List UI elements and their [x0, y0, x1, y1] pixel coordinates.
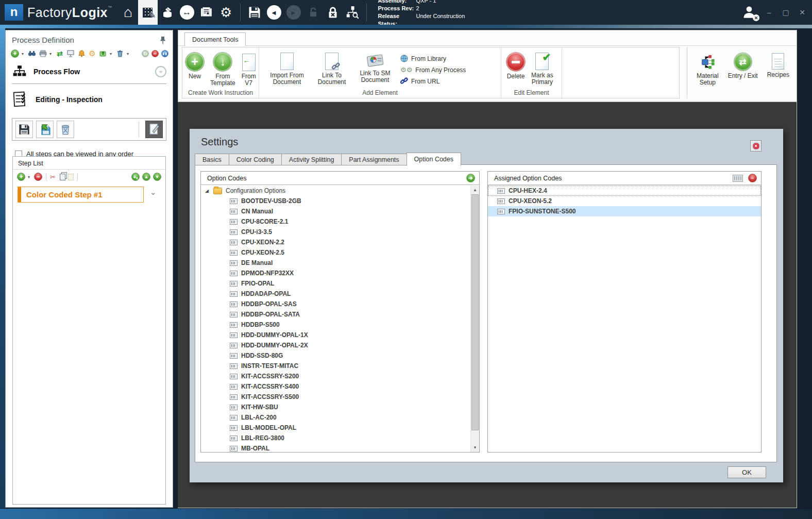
mark-as-primary-button[interactable]: ✔ Mark as Primary [528, 51, 556, 86]
assigned-option-code-row[interactable]: CPU-HEX-2.4 [488, 186, 761, 196]
options-gear-icon[interactable]: ⚙ [88, 49, 96, 58]
option-code-row[interactable]: CN Manual [201, 206, 470, 216]
tree-scrollbar[interactable]: ▲ ▼ [470, 186, 479, 452]
presentation-icon[interactable] [66, 49, 75, 58]
option-code-row[interactable]: CPU-XEON-2.2 [201, 237, 470, 247]
find-icon[interactable] [28, 49, 36, 58]
step-item[interactable]: Color Coded Step #1 [18, 187, 144, 203]
option-code-row[interactable]: KIT-HW-SBU [201, 402, 470, 412]
save-icon[interactable] [245, 0, 264, 25]
delete-doc-button[interactable] [57, 121, 74, 138]
alert-bell-icon[interactable] [77, 49, 86, 58]
back-icon[interactable]: ◄ [264, 0, 284, 25]
process-flow-row[interactable]: Process Flow ⌄ [6, 62, 173, 82]
reorder-steps-icon[interactable]: ⇄ [56, 49, 64, 58]
reports-icon[interactable] [197, 0, 216, 25]
settings-gear-icon[interactable]: ⚙ [216, 0, 236, 25]
home-icon[interactable]: ⌂ [119, 0, 138, 25]
link-to-sm-document-button[interactable]: Link To SM Document [353, 51, 397, 83]
add-step-icon[interactable]: + [17, 173, 25, 181]
close-button[interactable]: ✕ [798, 8, 807, 16]
add-multiple-steps-icon[interactable]: +ₓ [131, 173, 140, 181]
option-code-row[interactable]: LBL-REG-3800 [201, 433, 470, 443]
scroll-up-icon[interactable]: ▲ [471, 186, 479, 194]
option-code-row[interactable]: FPIO-OPAL [201, 278, 470, 289]
work-instructions-icon[interactable]: ✎ [138, 0, 158, 25]
from-v7-button[interactable]: ← From V7 [239, 51, 259, 87]
add-icon[interactable]: + [11, 49, 19, 58]
unlock-icon[interactable] [303, 0, 323, 25]
link-to-document-button[interactable]: Link To Document [311, 51, 353, 86]
delete-element-button[interactable]: Delete [503, 51, 528, 80]
paste-icon[interactable] [68, 174, 74, 180]
pause-icon[interactable]: ❚❚ [161, 50, 168, 57]
from-url-button[interactable]: From URL [400, 77, 466, 85]
option-code-row[interactable]: CPU-XEON-2.5 [201, 247, 470, 258]
assigned-option-code-row[interactable]: FPIO-SUNSTONE-S500 [488, 206, 761, 216]
step-chevron-icon[interactable]: ⌄ [150, 188, 157, 197]
tab-document-tools[interactable]: Document Tools [184, 32, 246, 46]
add-step-caret-icon[interactable]: ▾ [28, 175, 31, 179]
option-code-row[interactable]: INSTR-TEST-MITAC [201, 361, 470, 371]
cut-icon[interactable]: ✂ [50, 173, 56, 181]
edit-option-code-icon[interactable] [733, 175, 743, 182]
delete-step-icon[interactable] [116, 49, 124, 58]
maximize-button[interactable]: ▢ [781, 8, 790, 16]
export-caret-icon[interactable]: ▾ [110, 52, 113, 56]
unassign-icon[interactable]: − [748, 174, 757, 182]
document-import-icon[interactable] [158, 0, 177, 25]
remove-step-icon[interactable]: − [34, 173, 42, 181]
option-code-row[interactable]: LBL-MODEL-OPAL [201, 423, 470, 433]
remove-icon[interactable]: − [151, 50, 159, 57]
print-caret-icon[interactable]: ▾ [49, 52, 53, 56]
save-doc-button[interactable] [15, 121, 33, 138]
forward-icon[interactable]: ► [284, 0, 303, 25]
sync-icon[interactable]: ↔ [177, 0, 197, 25]
assigned-option-code-row[interactable]: CPU-XEON-5.2 [488, 196, 761, 206]
option-code-row[interactable]: HDDBP-S500 [201, 320, 470, 330]
delete-caret-icon[interactable]: ▾ [127, 52, 130, 56]
settings-tab[interactable]: Part Assignments [341, 154, 406, 165]
option-code-row[interactable]: DE Manual [201, 258, 470, 268]
option-code-row[interactable]: DPMOD-NFP32XX [201, 268, 470, 278]
ok-button[interactable]: OK [728, 466, 766, 478]
new-button[interactable]: + New [182, 51, 207, 80]
option-code-row[interactable]: HDD-SSD-80G [201, 350, 470, 361]
scroll-thumb[interactable] [471, 194, 479, 430]
scroll-down-icon[interactable]: ▼ [471, 443, 479, 452]
settings-tab[interactable]: Basics [195, 154, 229, 165]
assign-arrow-icon[interactable]: ➔ [466, 174, 475, 182]
option-code-row[interactable]: HDD-DUMMY-OPAL-2X [201, 340, 470, 350]
import-from-document-button[interactable]: Import From Document [263, 51, 311, 86]
option-code-row[interactable]: CPU-8CORE-2.1 [201, 216, 470, 227]
add-caret-icon[interactable]: ▾ [22, 52, 25, 56]
expand-circle-icon[interactable]: ⌄ [155, 66, 166, 77]
option-code-row[interactable]: KIT-ACCSSRY-S500 [201, 392, 470, 402]
material-setup-button[interactable]: Material Setup [693, 51, 722, 86]
from-any-process-button[interactable]: ⚙⚙ From Any Process [400, 66, 466, 74]
option-code-row[interactable]: HDDBP-OPAL-SAS [201, 299, 470, 309]
settings-tab[interactable]: Color Coding [229, 154, 281, 165]
move-step-down-icon[interactable]: ▼ [153, 173, 161, 181]
from-template-button[interactable]: ↓ From Template [207, 51, 239, 87]
edit-document-toggle[interactable] [145, 121, 163, 138]
option-code-row[interactable]: HDDADAP-OPAL [201, 289, 470, 299]
option-code-row[interactable]: BOOTDEV-USB-2GB [201, 196, 470, 206]
editing-mode-row[interactable]: Editing - Inspection [6, 85, 173, 113]
move-step-up-icon[interactable]: ▲ [142, 173, 150, 181]
dialog-close-button[interactable]: ✕ [750, 140, 762, 152]
from-library-button[interactable]: From Library [400, 55, 466, 62]
recipes-button[interactable]: Recipes [764, 51, 792, 78]
copy-icon[interactable] [60, 174, 65, 180]
settings-tab[interactable]: Activity Splitting [281, 154, 342, 165]
tree-root-row[interactable]: ◢ Configuration Options [201, 186, 470, 196]
refresh-icon[interactable]: ↻ [142, 50, 149, 57]
expander-icon[interactable]: ◢ [205, 188, 213, 193]
option-code-row[interactable]: HDDBP-OPAL-SATA [201, 309, 470, 320]
option-code-row[interactable]: MB-OPAL [201, 443, 470, 452]
option-code-row[interactable]: KIT-ACCSSRY-S200 [201, 371, 470, 381]
settings-tab[interactable]: Option Codes [407, 153, 461, 166]
entry-exit-button[interactable]: ⇄ Entry / Exit [725, 51, 761, 79]
print-icon[interactable] [39, 49, 47, 58]
minimize-button[interactable]: – [765, 8, 774, 16]
